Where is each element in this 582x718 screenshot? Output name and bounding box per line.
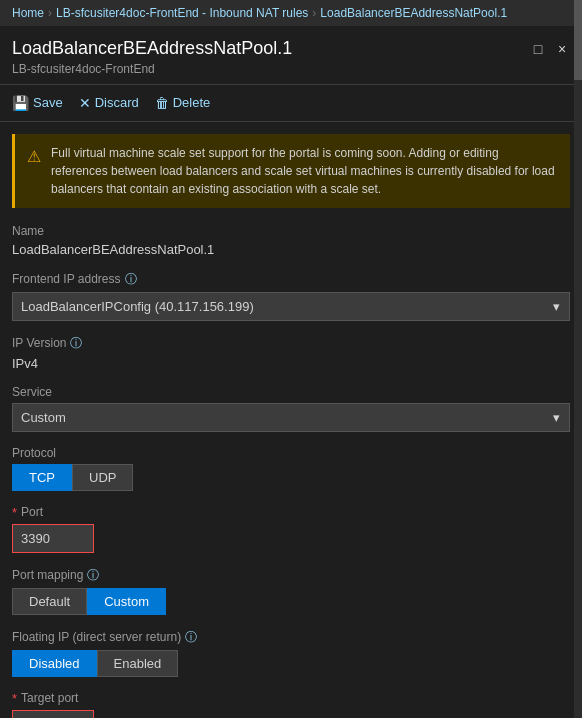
floating-ip-enabled-button[interactable]: Enabled (97, 650, 179, 677)
name-field-group: Name LoadBalancerBEAddressNatPool.1 (12, 224, 570, 257)
port-mapping-label: Port mapping ⓘ (12, 567, 570, 584)
panel-title: LoadBalancerBEAddressNatPool.1 (12, 38, 292, 60)
floating-ip-label: Floating IP (direct server return) ⓘ (12, 629, 570, 646)
target-port-required-wrapper (12, 710, 94, 718)
port-mapping-info-icon[interactable]: ⓘ (87, 567, 99, 584)
breadcrumb-parent[interactable]: LB-sfcusiter4doc-FrontEnd - Inbound NAT … (56, 6, 308, 20)
protocol-udp-button[interactable]: UDP (72, 464, 133, 491)
port-mapping-custom-button[interactable]: Custom (87, 588, 166, 615)
protocol-label: Protocol (12, 446, 570, 460)
floating-ip-disabled-button[interactable]: Disabled (12, 650, 97, 677)
window-controls: □ × (530, 42, 570, 56)
scrollbar-track[interactable] (574, 0, 582, 718)
floating-ip-info-icon[interactable]: ⓘ (185, 629, 197, 646)
ip-version-label: IP Version ⓘ (12, 335, 570, 352)
delete-button[interactable]: 🗑 Delete (155, 93, 211, 113)
target-port-required-star: * (12, 691, 17, 706)
close-button[interactable]: × (554, 42, 570, 56)
floating-ip-field-group: Floating IP (direct server return) ⓘ Dis… (12, 629, 570, 677)
service-select-wrapper: Custom (12, 403, 570, 432)
protocol-field-group: Protocol TCP UDP (12, 446, 570, 491)
breadcrumb-sep-1: › (48, 6, 52, 20)
panel-header: LoadBalancerBEAddressNatPool.1 LB-sfcusi… (0, 26, 582, 85)
frontend-ip-select-wrapper: LoadBalancerIPConfig (40.117.156.199) (12, 292, 570, 321)
warning-icon: ⚠ (27, 145, 41, 169)
toolbar: 💾 Save ✕ Discard 🗑 Delete (0, 85, 582, 122)
form-area: Name LoadBalancerBEAddressNatPool.1 Fron… (0, 216, 582, 718)
breadcrumb-home[interactable]: Home (12, 6, 44, 20)
frontend-ip-info-icon[interactable]: ⓘ (125, 271, 137, 288)
service-field-group: Service Custom (12, 385, 570, 432)
panel-subtitle: LB-sfcusiter4doc-FrontEnd (12, 62, 292, 76)
save-label: Save (33, 95, 63, 110)
delete-label: Delete (173, 95, 211, 110)
port-mapping-default-button[interactable]: Default (12, 588, 87, 615)
maximize-button[interactable]: □ (530, 42, 546, 56)
frontend-ip-label: Frontend IP address ⓘ (12, 271, 570, 288)
ip-version-info-icon[interactable]: ⓘ (70, 335, 82, 352)
breadcrumb-sep-2: › (312, 6, 316, 20)
port-mapping-btn-group: Default Custom (12, 588, 570, 615)
port-required-star: * (12, 505, 17, 520)
service-label: Service (12, 385, 570, 399)
port-required-wrapper (12, 524, 94, 553)
name-label: Name (12, 224, 570, 238)
target-port-label: * Target port (12, 691, 570, 706)
save-button[interactable]: 💾 Save (12, 93, 63, 113)
warning-text: Full virtual machine scale set support f… (51, 144, 558, 198)
discard-label: Discard (95, 95, 139, 110)
port-label: * Port (12, 505, 570, 520)
port-mapping-field-group: Port mapping ⓘ Default Custom (12, 567, 570, 615)
warning-banner: ⚠ Full virtual machine scale set support… (12, 134, 570, 208)
delete-icon: 🗑 (155, 95, 169, 111)
breadcrumb: Home › LB-sfcusiter4doc-FrontEnd - Inbou… (0, 0, 582, 26)
ip-version-field-group: IP Version ⓘ IPv4 (12, 335, 570, 371)
save-icon: 💾 (12, 95, 29, 111)
protocol-tcp-button[interactable]: TCP (12, 464, 72, 491)
protocol-btn-group: TCP UDP (12, 464, 570, 491)
name-value: LoadBalancerBEAddressNatPool.1 (12, 242, 570, 257)
main-panel: LoadBalancerBEAddressNatPool.1 LB-sfcusi… (0, 26, 582, 718)
target-port-input[interactable] (13, 711, 93, 718)
target-port-field-group: * Target port (12, 691, 570, 718)
breadcrumb-current: LoadBalancerBEAddressNatPool.1 (320, 6, 507, 20)
ip-version-value: IPv4 (12, 356, 570, 371)
port-field-group: * Port (12, 505, 570, 553)
floating-ip-btn-group: Disabled Enabled (12, 650, 570, 677)
discard-button[interactable]: ✕ Discard (79, 93, 139, 113)
panel-title-group: LoadBalancerBEAddressNatPool.1 LB-sfcusi… (12, 38, 292, 76)
scrollbar-thumb[interactable] (574, 0, 582, 80)
frontend-ip-field-group: Frontend IP address ⓘ LoadBalancerIPConf… (12, 271, 570, 321)
frontend-ip-select[interactable]: LoadBalancerIPConfig (40.117.156.199) (12, 292, 570, 321)
port-input[interactable] (13, 525, 93, 552)
discard-icon: ✕ (79, 95, 91, 111)
service-select[interactable]: Custom (12, 403, 570, 432)
